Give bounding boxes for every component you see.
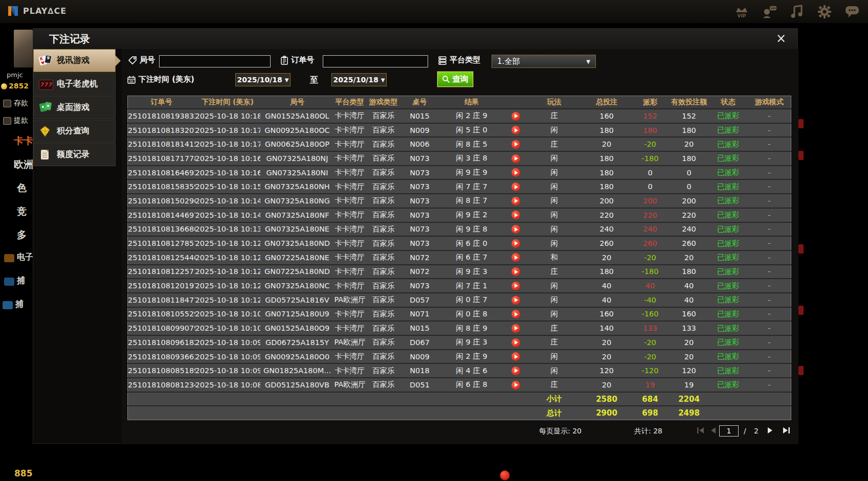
play-video-button[interactable]: [511, 126, 520, 134]
cell-game-mode: -: [748, 265, 791, 279]
cell-status: 已派彩: [709, 222, 748, 237]
category-europe[interactable]: 欧洲: [14, 158, 33, 171]
bet-table-row: 251018108181415 2025-10-18 10:17:26 GN00…: [128, 137, 791, 151]
page-separator: /: [744, 427, 746, 435]
music-icon[interactable]: [789, 4, 805, 20]
next-page-icon[interactable]: [767, 427, 773, 434]
tab-label: 积分查询: [57, 126, 90, 136]
round-number-input[interactable]: [159, 55, 271, 67]
play-video-button[interactable]: [511, 367, 520, 375]
cell-bet-time: 2025-10-18 10:10:20: [195, 321, 260, 335]
cell-bet-time: 2025-10-18 10:12:51: [195, 236, 260, 250]
cell-game-type: 百家乐: [365, 208, 402, 222]
play-video-button[interactable]: [511, 168, 520, 177]
cell-order-number: 251018108164693: [128, 166, 195, 180]
platform-list-icon: [438, 56, 447, 65]
category-fish-2[interactable]: 捕: [15, 299, 24, 310]
bet-table-row: 251018108136680 2025-10-18 10:13:36 GN07…: [128, 222, 791, 237]
play-video-button[interactable]: [511, 253, 520, 262]
pagination-bar: 每页显示: 20 共计: 28 1 / 2: [122, 425, 798, 439]
category-jing[interactable]: 竞: [17, 205, 27, 218]
play-video-button[interactable]: [511, 282, 520, 290]
play-video-button[interactable]: [511, 182, 520, 191]
cell-bet-time: 2025-10-18 10:14:17: [195, 208, 260, 222]
play-icon: [515, 383, 518, 387]
cell-bet-type: 庄: [526, 321, 583, 335]
play-video-button[interactable]: [511, 239, 520, 248]
settings-gear-icon[interactable]: [817, 4, 832, 20]
play-video-button[interactable]: [511, 381, 520, 390]
modal-content: 局号 订单号 平台类型 1.全部 ▼ 下注时间 (美东) 2025: [122, 49, 798, 444]
current-page-input[interactable]: 1: [719, 425, 739, 437]
vip-icon[interactable]: VIP: [734, 4, 749, 20]
play-video-button[interactable]: [511, 211, 520, 219]
cell-bet-time: 2025-10-18 10:09:59: [195, 335, 260, 350]
platform-type-select[interactable]: 1.全部 ▼: [492, 55, 596, 68]
order-number-input[interactable]: [323, 55, 428, 67]
play-video-button[interactable]: [511, 197, 520, 205]
cell-result: 闲 8 庄 7: [438, 194, 506, 208]
tab-video-games[interactable]: K♥9 视讯游戏: [33, 49, 116, 72]
tab-slots[interactable]: 777 电子老虎机: [33, 73, 116, 96]
close-icon[interactable]: ×: [776, 31, 786, 45]
play-video-button[interactable]: [511, 352, 520, 361]
cell-table-number: N073: [402, 194, 438, 208]
category-slots[interactable]: 电子: [17, 252, 33, 263]
order-label: 订单号: [291, 55, 314, 65]
play-video-button[interactable]: [511, 112, 520, 121]
cell-table-number: N073: [402, 208, 438, 222]
date-to-picker[interactable]: 2025/10/18 ▼: [331, 73, 387, 86]
date-to-value: 2025/10/18: [333, 76, 379, 84]
cell-order-number: 251018108144697: [128, 208, 195, 222]
play-video-button[interactable]: [511, 140, 520, 149]
play-icon: [515, 284, 518, 288]
play-video-button[interactable]: [511, 154, 520, 163]
messages-icon[interactable]: [844, 4, 860, 20]
total-label: 总计: [526, 406, 583, 420]
play-video-button[interactable]: [511, 324, 520, 333]
cell-bet-type: 闲: [526, 208, 583, 222]
play-video-button[interactable]: [511, 338, 520, 347]
deposit-menu-item[interactable]: 存款: [3, 99, 28, 108]
tab-quota-records[interactable]: 额度记录: [33, 143, 116, 166]
cell-status: 已派彩: [709, 378, 748, 392]
bet-time-label: 下注时间 (美东): [139, 75, 194, 84]
cell-replay: [506, 378, 526, 392]
avatar[interactable]: [14, 30, 33, 67]
bet-table-row: 251018108081234 2025-10-18 10:08:38 GD05…: [128, 378, 791, 392]
subtotal-spacer: [128, 392, 526, 406]
category-duo[interactable]: 多: [17, 228, 27, 242]
cell-bet-time: 2025-10-18 10:17:26: [195, 137, 260, 151]
cell-round-number: GN07325A180NI: [260, 166, 335, 180]
cell-table-number: N015: [402, 321, 438, 335]
date-from-picker[interactable]: 2025/10/18 ▼: [235, 73, 291, 86]
cell-status: 已派彩: [709, 208, 748, 222]
cell-total-bet: 160: [583, 109, 631, 123]
cell-payout: 240: [631, 222, 670, 237]
table-header-row: 订单号 下注时间 (美东) 局号 平台类型 游戏类型 桌号 结果 玩法 总投注 …: [128, 96, 791, 109]
cell-game-type: 百家乐: [365, 123, 402, 138]
category-kaka[interactable]: 卡卡: [14, 134, 33, 148]
play-icon: [515, 270, 518, 274]
tab-points-query[interactable]: 积分查询: [33, 120, 116, 143]
play-video-button[interactable]: [511, 267, 520, 276]
bet-time-label-group: 下注时间 (美东): [127, 75, 194, 84]
category-fish-1[interactable]: 捕: [17, 276, 25, 286]
total-row: 总计 2900 698 2498: [128, 406, 791, 420]
cell-game-type: 百家乐: [365, 109, 402, 123]
prev-page-icon[interactable]: [710, 427, 716, 434]
first-page-icon[interactable]: [697, 427, 705, 434]
last-page-icon[interactable]: [783, 427, 791, 434]
play-video-button[interactable]: [511, 296, 520, 305]
cell-game-type: 百家乐: [365, 137, 402, 151]
tab-table-games[interactable]: 桌面游戏: [33, 96, 116, 119]
live-video-chat-icon[interactable]: [762, 4, 777, 20]
play-video-button[interactable]: [511, 225, 520, 234]
category-se[interactable]: 色: [17, 181, 27, 195]
cell-total-bet: 180: [583, 179, 631, 194]
withdraw-menu-item[interactable]: 提款: [3, 116, 28, 125]
cell-table-number: N073: [402, 179, 438, 194]
play-video-button[interactable]: [511, 310, 520, 318]
bet-table-row: 251018108096182 2025-10-18 10:09:59 GD06…: [128, 335, 791, 350]
search-button[interactable]: 查询: [437, 72, 473, 87]
